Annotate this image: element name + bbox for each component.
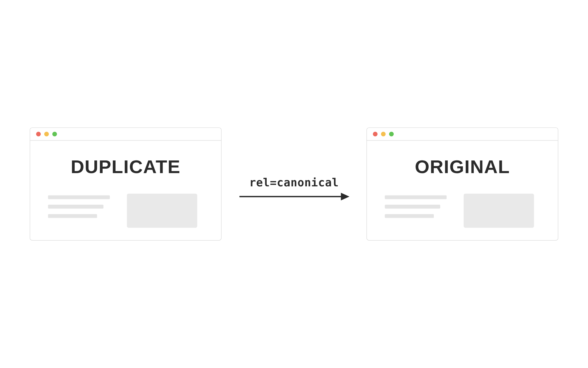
- duplicate-window: DUPLICATE: [30, 127, 222, 241]
- page-title: DUPLICATE: [48, 156, 203, 178]
- window-content: DUPLICATE: [30, 141, 221, 236]
- maximize-icon: [52, 132, 57, 136]
- minimize-icon: [381, 132, 386, 136]
- text-placeholder: [48, 194, 110, 218]
- placeholder-line: [385, 214, 434, 218]
- close-icon: [36, 132, 41, 136]
- page-title: ORIGINAL: [385, 156, 540, 178]
- content-placeholder: [48, 194, 203, 228]
- arrow-label: rel=canonical: [249, 176, 339, 189]
- text-placeholder: [385, 194, 447, 218]
- maximize-icon: [389, 132, 394, 136]
- window-titlebar: [367, 128, 558, 141]
- placeholder-line: [48, 205, 103, 208]
- close-icon: [373, 132, 377, 136]
- placeholder-line: [385, 195, 447, 199]
- window-titlebar: [30, 128, 221, 141]
- window-content: ORIGINAL: [367, 141, 558, 236]
- minimize-icon: [44, 132, 49, 136]
- canonical-arrow: rel=canonical: [239, 176, 350, 201]
- image-placeholder: [464, 194, 534, 228]
- content-placeholder: [385, 194, 540, 228]
- canonical-diagram: DUPLICATE rel=canonical ORIGINA: [30, 127, 558, 241]
- image-placeholder: [127, 194, 197, 228]
- original-window: ORIGINAL: [367, 127, 559, 241]
- placeholder-line: [48, 195, 110, 199]
- placeholder-line: [48, 214, 97, 218]
- svg-marker-1: [341, 193, 350, 200]
- arrow-icon: [239, 191, 350, 202]
- placeholder-line: [385, 205, 440, 208]
